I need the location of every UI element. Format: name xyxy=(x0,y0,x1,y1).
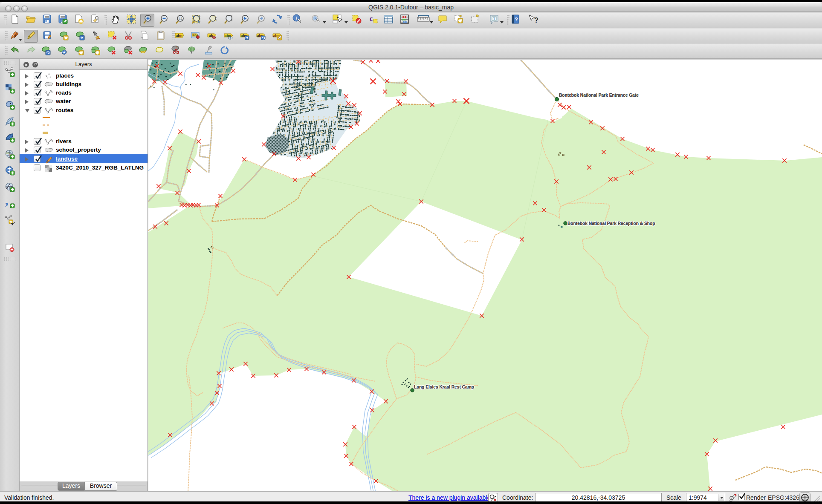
svg-text:ε: ε xyxy=(370,14,373,23)
svg-text:1:1: 1:1 xyxy=(178,17,182,20)
svg-text:?: ? xyxy=(515,16,518,23)
svg-text:,: , xyxy=(5,198,9,207)
svg-text:Lang Elsies Kraal Rest Camp: Lang Elsies Kraal Rest Camp xyxy=(414,385,474,389)
svg-text:ab: ab xyxy=(193,33,197,37)
svg-text:Bontebok National Park Entranc: Bontebok National Park Entrance Gate xyxy=(559,93,639,98)
svg-text:T: T xyxy=(493,17,495,21)
svg-text:abc: abc xyxy=(176,34,182,38)
svg-text:Bontebok National Park Recepti: Bontebok National Park Reception & Shop xyxy=(567,221,655,226)
svg-text:?: ? xyxy=(534,17,538,24)
